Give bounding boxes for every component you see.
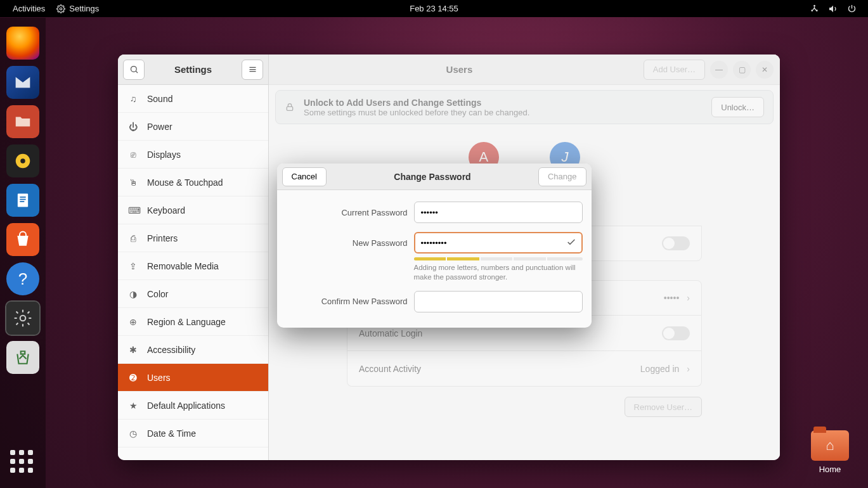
sidebar-icon: ⏻ <box>128 122 138 132</box>
sidebar-icon: 🖱 <box>128 177 138 188</box>
sidebar-item-mouse-touchpad[interactable]: 🖱Mouse & Touchpad <box>118 169 268 196</box>
svg-rect-9 <box>20 201 24 202</box>
sidebar-item-label: Date & Time <box>147 428 196 439</box>
sidebar-item-label: Printers <box>147 233 178 243</box>
sidebar-icon: ✱ <box>128 345 138 355</box>
minimize-button[interactable]: — <box>710 61 728 79</box>
sidebar-item-displays[interactable]: ⎚Displays <box>118 141 268 169</box>
top-bar: Activities Settings Feb 23 14:55 <box>0 0 868 17</box>
topbar-app-label: Settings <box>69 4 99 13</box>
add-user-button[interactable]: Add User… <box>644 60 705 80</box>
activities-button[interactable]: Activities <box>13 4 45 13</box>
sidebar-item-label: Region & Language <box>147 317 226 327</box>
sidebar-item-users[interactable]: ➋Users <box>118 364 268 392</box>
sidebar-item-sound[interactable]: ♫Sound <box>118 85 268 113</box>
current-password-label: Current Password <box>286 208 408 217</box>
dock-libreoffice[interactable] <box>6 184 39 217</box>
activity-value: Logged in <box>640 364 680 374</box>
search-button[interactable] <box>123 60 145 80</box>
sidebar-item-accessibility[interactable]: ✱Accessibility <box>118 336 268 364</box>
sidebar-item-label: Mouse & Touchpad <box>147 177 223 188</box>
svg-point-2 <box>811 10 813 11</box>
close-button[interactable]: ✕ <box>756 61 774 79</box>
remove-user-button[interactable]: Remove User… <box>625 397 702 417</box>
sidebar-item-region-language[interactable]: ⊕Region & Language <box>118 308 268 336</box>
sidebar-item-default-applications[interactable]: ★Default Applications <box>118 392 268 420</box>
confirm-password-label: Confirm New Password <box>286 297 408 306</box>
auto-login-label: Automatic Login <box>359 328 422 338</box>
sidebar-item-printers[interactable]: ⎙Printers <box>118 224 268 252</box>
new-password-label: New Password <box>286 238 408 248</box>
sidebar-icon: ♫ <box>128 94 138 104</box>
dock-help[interactable]: ? <box>6 262 39 295</box>
sidebar-item-color[interactable]: ◑Color <box>118 280 268 308</box>
sidebar-icon: ⇪ <box>128 261 138 271</box>
volume-icon[interactable] <box>828 4 838 14</box>
sidebar-icon: ⎙ <box>128 233 138 243</box>
current-password-input[interactable] <box>414 202 583 223</box>
gear-icon <box>56 4 65 13</box>
dock-software[interactable] <box>6 223 39 256</box>
dock-rhythmbox[interactable] <box>6 144 39 177</box>
page-title: Users <box>275 64 644 75</box>
svg-rect-8 <box>20 199 25 200</box>
hamburger-button[interactable] <box>242 60 263 80</box>
activity-row[interactable]: Account Activity Logged in › <box>347 351 702 387</box>
sidebar-item-label: Removable Media <box>147 261 219 271</box>
admin-toggle[interactable] <box>662 236 690 250</box>
banner-subtitle: Some settings must be unlocked before th… <box>304 108 529 117</box>
sidebar-item-removable-media[interactable]: ⇪Removable Media <box>118 252 268 280</box>
svg-point-5 <box>20 158 25 164</box>
sidebar-item-label: Users <box>147 373 171 383</box>
settings-sidebar: Settings ♫Sound⏻Power⎚Displays🖱Mouse & T… <box>118 55 269 460</box>
sidebar-icon: ★ <box>128 401 138 411</box>
dock-settings[interactable] <box>6 302 39 335</box>
sidebar-item-label: Default Applications <box>147 401 225 411</box>
sidebar-item-power[interactable]: ⏻Power <box>118 113 268 141</box>
sidebar-item-date-time[interactable]: ◷Date & Time <box>118 420 268 447</box>
topbar-app-menu[interactable]: Settings <box>56 4 99 13</box>
new-password-input[interactable] <box>414 232 583 254</box>
sidebar-item-label: Displays <box>147 150 181 160</box>
chevron-right-icon: › <box>687 293 690 303</box>
sidebar-icon: ⎚ <box>128 150 138 160</box>
maximize-button[interactable]: ▢ <box>733 61 751 79</box>
banner-title: Unlock to Add Users and Change Settings <box>304 98 529 108</box>
svg-rect-6 <box>18 194 28 207</box>
confirm-password-input[interactable] <box>414 291 583 312</box>
sidebar-title: Settings <box>150 64 236 75</box>
show-applications[interactable] <box>10 450 36 475</box>
unlock-button[interactable]: Unlock… <box>711 97 764 117</box>
dock-thunderbird[interactable] <box>6 66 39 99</box>
auto-login-toggle[interactable] <box>662 326 690 340</box>
lock-icon <box>285 102 295 112</box>
unlock-banner: Unlock to Add Users and Change Settings … <box>275 90 774 124</box>
desktop-home-folder[interactable]: ⌂ Home <box>811 430 849 474</box>
search-icon <box>129 65 139 74</box>
svg-line-12 <box>136 71 138 73</box>
sidebar-item-label: Accessibility <box>147 345 195 355</box>
cancel-button[interactable]: Cancel <box>282 167 327 186</box>
network-icon[interactable] <box>810 4 819 13</box>
sidebar-item-label: Sound <box>147 94 172 104</box>
password-hint: Adding more letters, numbers and punctua… <box>414 263 583 282</box>
dock-firefox[interactable] <box>6 27 39 60</box>
activities-label: Activities <box>13 4 45 13</box>
password-strength-meter <box>414 257 583 260</box>
change-button[interactable]: Change <box>538 167 586 186</box>
clock[interactable]: Feb 23 14:55 <box>410 4 458 13</box>
sidebar-item-keyboard[interactable]: ⌨Keyboard <box>118 196 268 224</box>
activity-label: Account Activity <box>359 364 421 374</box>
sidebar-icon: ➋ <box>128 373 138 383</box>
sidebar-icon: ⌨ <box>128 205 138 215</box>
dock-trash[interactable] <box>6 341 39 374</box>
svg-rect-7 <box>20 196 25 198</box>
dock: ? <box>0 18 46 488</box>
sidebar-icon: ◷ <box>128 428 138 439</box>
svg-rect-16 <box>287 106 292 110</box>
dock-files[interactable] <box>6 105 39 138</box>
sidebar-item-label: Color <box>147 289 168 299</box>
dialog-title: Change Password <box>327 172 538 182</box>
power-icon[interactable] <box>847 4 857 13</box>
check-icon <box>566 237 576 247</box>
